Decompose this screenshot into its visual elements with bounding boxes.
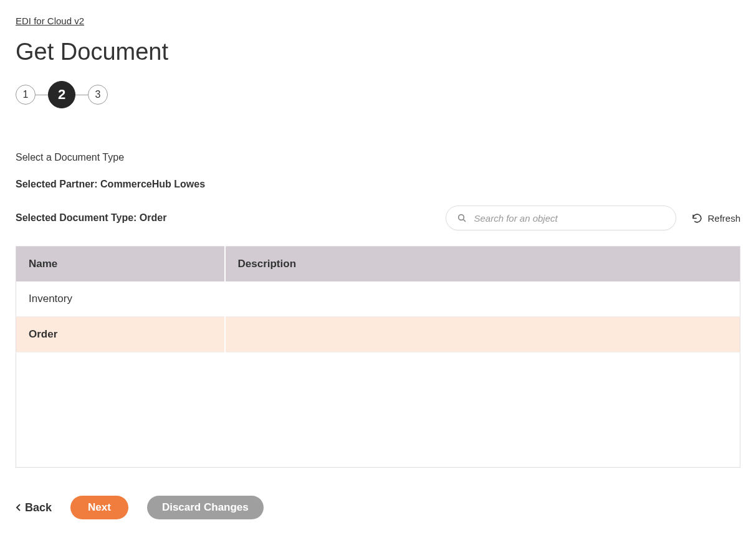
stepper: 1 2 3 <box>16 81 740 108</box>
chevron-left-icon <box>16 503 22 512</box>
toolbar-row: Selected Document Type: Order Refresh <box>16 206 740 230</box>
next-button[interactable]: Next <box>70 496 128 519</box>
back-button[interactable]: Back <box>16 501 52 514</box>
breadcrumb[interactable]: EDI for Cloud v2 <box>16 16 84 26</box>
table-row[interactable]: Inventory <box>16 281 740 317</box>
svg-line-1 <box>464 220 466 222</box>
selected-partner: Selected Partner: CommerceHub Lowes <box>16 179 740 190</box>
step-line <box>36 95 48 95</box>
cell-description <box>225 281 740 317</box>
cell-name: Order <box>16 317 225 352</box>
cell-name: Inventory <box>16 281 225 317</box>
col-header-name: Name <box>16 247 225 282</box>
step-3[interactable]: 3 <box>88 85 108 105</box>
page-title: Get Document <box>16 39 740 65</box>
step-2[interactable]: 2 <box>48 81 75 108</box>
document-type-table: Name Description Inventory Order <box>16 246 740 468</box>
refresh-label: Refresh <box>707 213 740 224</box>
refresh-button[interactable]: Refresh <box>692 213 740 224</box>
refresh-icon <box>692 213 702 224</box>
search-input[interactable] <box>446 206 676 230</box>
selected-document-type: Selected Document Type: Order <box>16 212 446 224</box>
back-label: Back <box>25 501 52 514</box>
step-line <box>75 95 88 95</box>
discard-changes-button[interactable]: Discard Changes <box>147 496 264 519</box>
table-empty-space <box>16 352 740 468</box>
footer-buttons: Back Next Discard Changes <box>16 496 740 519</box>
table-header-row: Name Description <box>16 247 740 282</box>
search-wrap <box>446 206 676 230</box>
section-label: Select a Document Type <box>16 152 740 163</box>
svg-point-0 <box>459 215 464 220</box>
table-row[interactable]: Order <box>16 317 740 352</box>
step-1[interactable]: 1 <box>16 85 36 105</box>
cell-description <box>225 317 740 352</box>
search-icon <box>457 213 467 223</box>
col-header-description: Description <box>225 247 740 282</box>
